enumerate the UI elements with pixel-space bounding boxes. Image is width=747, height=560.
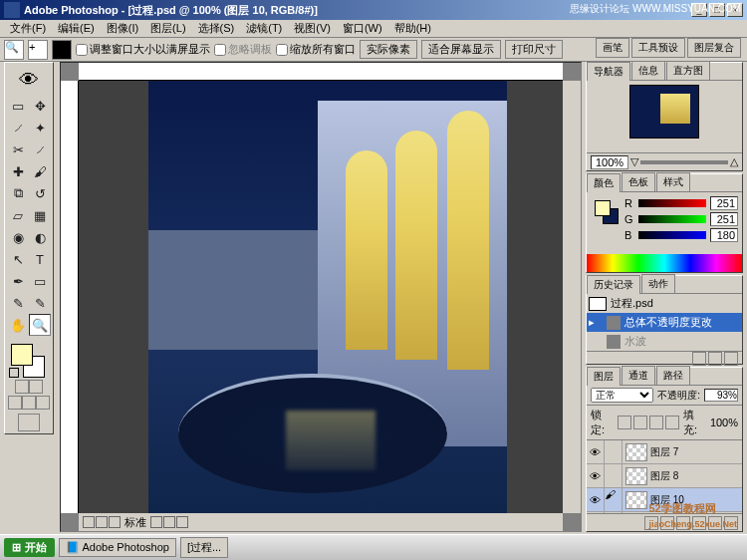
ruler-vertical[interactable] [61, 81, 79, 513]
zoom-tool-icon[interactable]: 🔍 [4, 40, 24, 60]
lock-position-icon[interactable] [649, 416, 663, 429]
tab-histogram[interactable]: 直方图 [666, 61, 710, 80]
visibility-icon[interactable]: 👁 [587, 488, 605, 511]
fill-value[interactable]: 100% [710, 417, 738, 428]
layer-row[interactable]: 👁图层 8 [587, 464, 742, 488]
menu-file[interactable]: 文件(F) [4, 21, 52, 36]
color-panel-fg[interactable] [595, 200, 611, 216]
navigator-zoom-value[interactable]: 100% [591, 155, 628, 169]
status-icon[interactable] [163, 516, 175, 528]
path-tool[interactable]: ↖ [7, 248, 29, 270]
btn-print-size[interactable]: 打印尺寸 [505, 40, 563, 59]
lock-all-icon[interactable] [665, 416, 679, 429]
crop-tool[interactable]: ✂ [7, 139, 29, 160]
tab-channels[interactable]: 通道 [622, 366, 655, 385]
tab-styles[interactable]: 样式 [656, 172, 690, 191]
gradient-tool[interactable]: ▦ [29, 204, 51, 226]
dodge-tool[interactable]: ◐ [29, 226, 51, 248]
ruler-horizontal[interactable] [79, 63, 563, 81]
wand-tool[interactable]: ✦ [29, 117, 51, 139]
history-step[interactable]: ▸总体不透明度更改 [587, 313, 742, 332]
new-doc-from-state-icon[interactable] [692, 352, 706, 366]
status-icon[interactable] [83, 516, 95, 528]
move-tool[interactable]: ✥ [29, 95, 51, 117]
menu-edit[interactable]: 编辑(E) [52, 21, 101, 36]
eraser-tool[interactable]: ▱ [7, 204, 29, 226]
menu-window[interactable]: 窗口(W) [337, 21, 388, 36]
tab-color[interactable]: 颜色 [587, 173, 621, 192]
jump-to-imageready-icon[interactable] [18, 414, 40, 431]
tab-navigator[interactable]: 导航器 [587, 62, 630, 81]
menu-filter[interactable]: 滤镜(T) [240, 21, 288, 36]
tab-layers[interactable]: 图层 [587, 367, 621, 386]
zoom-tool[interactable]: 🔍 [29, 314, 51, 336]
g-value[interactable]: 251 [710, 212, 738, 226]
color-spectrum[interactable] [587, 254, 742, 272]
taskbar-item[interactable]: 📘 Adobe Photoshop [59, 538, 176, 557]
shape-tool[interactable]: ▭ [29, 270, 51, 292]
screen-standard-icon[interactable] [8, 396, 22, 410]
scrollbar-vertical[interactable] [563, 81, 581, 513]
slice-tool[interactable]: ⟋ [29, 139, 51, 160]
well-brushes[interactable]: 画笔 [596, 38, 629, 58]
tab-swatches[interactable]: 色板 [622, 172, 655, 191]
heal-tool[interactable]: ✚ [7, 160, 29, 182]
notes-tool[interactable]: ✎ [7, 292, 29, 314]
pen-tool[interactable]: ✒ [7, 270, 29, 292]
type-tool[interactable]: T [29, 248, 51, 270]
opt-resize-fit[interactable]: 调整窗口大小以满屏显示 [76, 42, 210, 57]
layer-row[interactable]: 👁图层 7 [587, 440, 742, 464]
menu-layer[interactable]: 图层(L) [144, 21, 191, 36]
standard-mode-icon[interactable] [15, 380, 29, 394]
zoom-in-icon[interactable]: △ [730, 155, 738, 168]
tab-paths[interactable]: 路径 [656, 366, 690, 385]
tab-actions[interactable]: 动作 [641, 274, 675, 293]
blend-mode-select[interactable]: 正常 [591, 388, 653, 403]
stamp-tool[interactable]: ⧉ [7, 182, 29, 204]
hand-tool[interactable]: ✋ [7, 314, 29, 336]
lasso-tool[interactable]: ⟋ [7, 117, 29, 139]
navigator-thumbnail[interactable] [629, 85, 699, 139]
r-value[interactable]: 251 [710, 196, 738, 210]
trash-icon[interactable] [724, 352, 738, 366]
zoom-slider[interactable] [640, 160, 728, 164]
status-icon[interactable] [96, 516, 108, 528]
color-picker[interactable] [7, 340, 51, 378]
taskbar-item[interactable]: [过程... [180, 537, 228, 558]
status-icon[interactable] [109, 516, 121, 528]
status-icon[interactable] [176, 516, 188, 528]
tab-info[interactable]: 信息 [631, 61, 665, 80]
menu-view[interactable]: 视图(V) [288, 21, 337, 36]
start-button[interactable]: ⊞开始 [4, 538, 55, 557]
opacity-value[interactable]: 93% [704, 389, 738, 402]
g-slider[interactable] [638, 215, 706, 223]
r-slider[interactable] [638, 199, 706, 207]
marquee-tool[interactable]: ▭ [7, 95, 29, 117]
history-brush-tool[interactable]: ↺ [29, 182, 51, 204]
b-value[interactable]: 180 [710, 228, 738, 242]
screen-full-icon[interactable] [36, 396, 50, 410]
brush-tool[interactable]: 🖌 [29, 160, 51, 182]
default-colors-icon[interactable] [9, 368, 19, 378]
visibility-icon[interactable]: 👁 [587, 440, 605, 463]
well-layer-comps[interactable]: 图层复合 [687, 38, 741, 58]
new-snapshot-icon[interactable] [708, 352, 722, 366]
zoom-out-icon[interactable]: - [52, 40, 72, 60]
btn-actual-pixels[interactable]: 实际像素 [360, 40, 417, 59]
tab-history[interactable]: 历史记录 [587, 275, 640, 294]
well-tool-presets[interactable]: 工具预设 [631, 38, 685, 58]
visibility-icon[interactable]: 👁 [587, 464, 605, 487]
eyedropper-tool[interactable]: ✎ [29, 292, 51, 314]
lock-image-icon[interactable] [633, 416, 647, 429]
menu-help[interactable]: 帮助(H) [388, 21, 437, 36]
canvas[interactable] [79, 81, 563, 513]
opt-zoom-all[interactable]: 缩放所有窗口 [276, 42, 356, 57]
b-slider[interactable] [638, 231, 706, 239]
lock-transparency-icon[interactable] [618, 416, 631, 429]
zoom-out-icon[interactable]: ▽ [630, 155, 638, 168]
status-icon[interactable] [150, 516, 162, 528]
btn-fit-screen[interactable]: 适合屏幕显示 [421, 40, 501, 59]
screen-full-menu-icon[interactable] [22, 396, 36, 410]
opt-ignore-palettes[interactable]: 忽略调板 [214, 42, 272, 57]
menu-select[interactable]: 选择(S) [192, 21, 241, 36]
